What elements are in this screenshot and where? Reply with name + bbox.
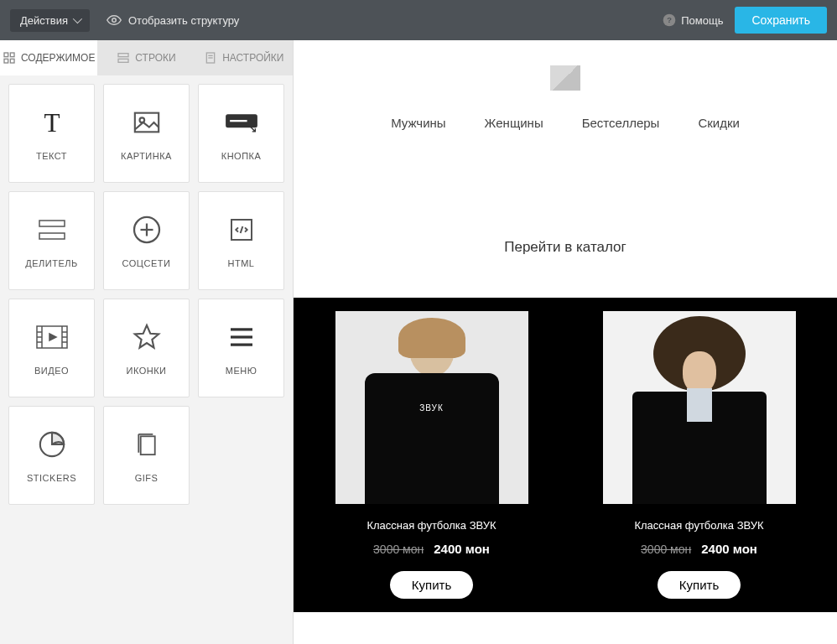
old-price: 3000 мон bbox=[641, 543, 691, 556]
svg-rect-18 bbox=[39, 233, 65, 239]
topbar-left: Действия Отобразить структуру bbox=[10, 9, 239, 32]
block-html[interactable]: HTML bbox=[198, 191, 284, 290]
product-title: Классная футболка ЗВУК bbox=[634, 519, 763, 532]
preview-nav: Мужчины Женщины Бестселлеры Скидки bbox=[294, 116, 837, 130]
block-label: HTML bbox=[225, 258, 258, 268]
block-label: ИКОНКИ bbox=[122, 366, 169, 376]
brand-logo bbox=[550, 65, 580, 91]
svg-rect-6 bbox=[10, 59, 14, 63]
block-social[interactable]: СОЦСЕТИ bbox=[103, 191, 190, 290]
sidebar: СОДЕРЖИМОЕ СТРОКИ НАСТРОЙКИ T ТЕКСТ КАРТ… bbox=[0, 40, 294, 644]
show-structure-button[interactable]: Отобразить структуру bbox=[107, 13, 239, 28]
buy-button[interactable]: Купить bbox=[390, 571, 473, 599]
eye-icon bbox=[107, 13, 122, 28]
svg-rect-17 bbox=[39, 221, 65, 226]
svg-rect-4 bbox=[10, 53, 14, 57]
product-image bbox=[603, 311, 796, 504]
svg-rect-7 bbox=[118, 54, 128, 57]
actions-label: Действия bbox=[20, 14, 68, 27]
price: 2400 мон bbox=[701, 542, 757, 556]
product-card[interactable]: Классная футболка ЗВУК 3000 мон 2400 мон… bbox=[323, 311, 541, 599]
actions-dropdown[interactable]: Действия bbox=[10, 9, 90, 32]
menu-icon bbox=[225, 320, 258, 354]
nav-bestsellers[interactable]: Бестселлеры bbox=[582, 116, 660, 130]
plus-circle-icon bbox=[130, 213, 164, 247]
preview-canvas[interactable]: Мужчины Женщины Бестселлеры Скидки Перей… bbox=[294, 40, 837, 644]
svg-rect-5 bbox=[4, 59, 8, 63]
video-icon bbox=[35, 320, 69, 354]
nav-women[interactable]: Женщины bbox=[485, 116, 543, 130]
question-icon: ? bbox=[663, 13, 676, 27]
tab-settings[interactable]: НАСТРОЙКИ bbox=[195, 40, 293, 75]
tab-settings-label: НАСТРОЙКИ bbox=[222, 52, 283, 64]
button-icon bbox=[225, 106, 258, 139]
topbar: Действия Отобразить структуру ? Помощь С… bbox=[0, 0, 837, 40]
block-label: ДЕЛИТЕЛЬ bbox=[22, 258, 81, 268]
tab-rows[interactable]: СТРОКИ bbox=[97, 40, 195, 75]
star-icon bbox=[130, 320, 164, 354]
svg-rect-36 bbox=[140, 436, 154, 454]
block-label: ВИДЕО bbox=[31, 366, 72, 376]
help-label: Помощь bbox=[681, 14, 723, 27]
rows-icon bbox=[117, 51, 130, 65]
structure-label: Отобразить структуру bbox=[128, 14, 239, 27]
svg-rect-8 bbox=[118, 59, 128, 62]
main-area: СОДЕРЖИМОЕ СТРОКИ НАСТРОЙКИ T ТЕКСТ КАРТ… bbox=[0, 40, 837, 644]
svg-text:T: T bbox=[44, 108, 60, 137]
svg-point-0 bbox=[112, 18, 117, 23]
nav-sale[interactable]: Скидки bbox=[698, 116, 739, 130]
grid-icon bbox=[3, 51, 16, 65]
block-video[interactable]: ВИДЕО bbox=[8, 299, 95, 397]
block-label: STICKERS bbox=[23, 473, 80, 483]
block-divider[interactable]: ДЕЛИТЕЛЬ bbox=[8, 191, 95, 290]
block-icons[interactable]: ИКОНКИ bbox=[103, 299, 190, 397]
svg-rect-3 bbox=[4, 53, 8, 57]
block-stickers[interactable]: STICKERS bbox=[8, 406, 95, 505]
block-label: КАРТИНКА bbox=[117, 151, 175, 161]
block-label: ТЕКСТ bbox=[33, 151, 70, 161]
buy-button[interactable]: Купить bbox=[658, 571, 741, 599]
product-title: Классная футболка ЗВУК bbox=[367, 519, 496, 532]
topbar-right: ? Помощь Сохранить bbox=[663, 7, 827, 34]
block-gifs[interactable]: GIFS bbox=[103, 406, 190, 505]
block-image[interactable]: КАРТИНКА bbox=[103, 84, 190, 183]
product-row: Классная футболка ЗВУК 3000 мон 2400 мон… bbox=[294, 298, 837, 612]
tab-content[interactable]: СОДЕРЖИМОЕ bbox=[0, 40, 97, 75]
divider-icon bbox=[35, 213, 69, 247]
sticker-icon bbox=[35, 428, 69, 461]
block-button[interactable]: КНОПКА bbox=[198, 84, 284, 183]
preview-header: Мужчины Женщины Бестселлеры Скидки bbox=[294, 40, 837, 138]
code-icon bbox=[225, 213, 258, 247]
price-row: 3000 мон 2400 мон bbox=[641, 542, 757, 556]
block-label: КНОПКА bbox=[218, 151, 265, 161]
old-price: 3000 мон bbox=[373, 543, 424, 556]
block-label: GIFS bbox=[132, 473, 162, 483]
svg-text:?: ? bbox=[667, 16, 672, 24]
nav-men[interactable]: Мужчины bbox=[391, 116, 445, 130]
help-button[interactable]: ? Помощь bbox=[663, 13, 723, 27]
page-icon bbox=[204, 51, 217, 65]
price-row: 3000 мон 2400 мон bbox=[373, 542, 490, 556]
sidebar-tabs: СОДЕРЖИМОЕ СТРОКИ НАСТРОЙКИ bbox=[0, 40, 293, 75]
chevron-down-icon bbox=[73, 14, 82, 23]
blocks-grid: T ТЕКСТ КАРТИНКА КНОПКА ДЕЛИТЕЛЬ СОЦСЕТИ bbox=[0, 75, 293, 513]
tab-rows-label: СТРОКИ bbox=[135, 52, 175, 64]
catalog-link[interactable]: Перейти в каталог bbox=[294, 239, 837, 256]
block-label: МЕНЮ bbox=[222, 366, 261, 376]
block-label: СОЦСЕТИ bbox=[119, 258, 174, 268]
tab-content-label: СОДЕРЖИМОЕ bbox=[21, 52, 96, 64]
product-card[interactable]: Классная футболка ЗВУК 3000 мон 2400 мон… bbox=[590, 311, 808, 599]
gifs-icon bbox=[130, 428, 164, 461]
image-icon bbox=[130, 106, 164, 139]
block-text[interactable]: T ТЕКСТ bbox=[8, 84, 95, 183]
price: 2400 мон bbox=[434, 542, 490, 556]
save-button[interactable]: Сохранить bbox=[735, 7, 827, 34]
product-image bbox=[335, 311, 528, 504]
block-menu[interactable]: МЕНЮ bbox=[198, 299, 284, 397]
text-icon: T bbox=[35, 106, 69, 139]
svg-rect-16 bbox=[229, 119, 247, 122]
